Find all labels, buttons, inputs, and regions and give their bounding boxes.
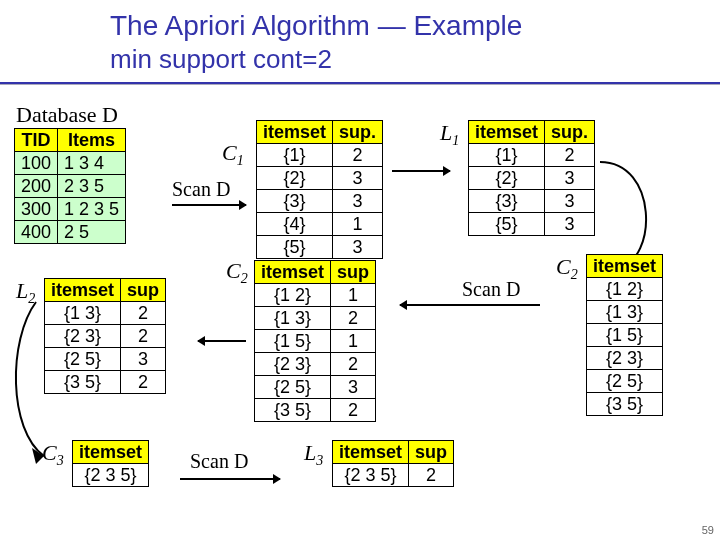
arrow-c3-to-l3	[180, 478, 280, 480]
label-scand-1: Scan D	[172, 178, 230, 201]
label-scand-2: Scan D	[462, 278, 520, 301]
arrow-c1-to-l1	[392, 170, 450, 172]
divider	[0, 82, 720, 85]
page-number: 59	[702, 524, 714, 536]
label-scand-3: Scan D	[190, 450, 248, 473]
table-c2-candidates: itemset {1 2} {1 3} {1 5} {2 3} {2 5} {3…	[586, 254, 663, 416]
label-database-d: Database D	[16, 102, 118, 128]
label-c1: C1	[222, 140, 244, 169]
table-c3: itemset {2 3 5}	[72, 440, 149, 487]
label-c2-right: C2	[556, 254, 578, 283]
label-l1: L1	[440, 120, 459, 149]
table-l3: itemsetsup {2 3 5}2	[332, 440, 454, 487]
arrow-d-to-c1	[172, 204, 246, 206]
label-l3: L3	[304, 440, 323, 469]
table-l1: itemsetsup. {1}2 {2}3 {3}3 {5}3	[468, 120, 595, 236]
slide-title: The Apriori Algorithm — Example	[110, 10, 522, 42]
arrow-c2cand-to-c2sup	[400, 304, 540, 306]
table-c1: itemsetsup. {1}2 {2}3 {3}3 {4}1 {5}3	[256, 120, 383, 259]
table-database-d: TIDItems 1001 3 4 2002 3 5 3001 2 3 5 40…	[14, 128, 126, 244]
arrow-c2-to-l2	[198, 340, 246, 342]
label-c3: C3	[42, 440, 64, 469]
table-c2-sup: itemsetsup {1 2}1 {1 3}2 {1 5}1 {2 3}2 {…	[254, 260, 376, 422]
slide-subtitle: min support cont=2	[110, 44, 332, 75]
label-c2-left: C2	[226, 258, 248, 287]
